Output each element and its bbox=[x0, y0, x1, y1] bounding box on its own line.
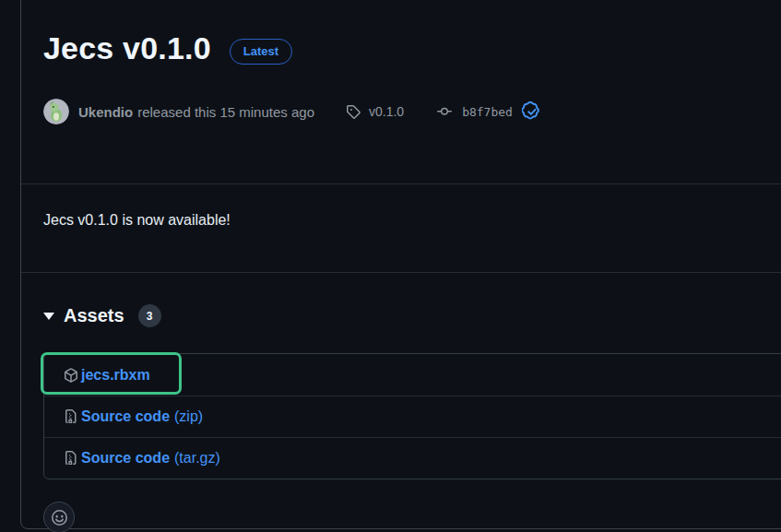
asset-list: jecs.rbxm Source code (zip) bbox=[43, 353, 781, 479]
released-text: released this 15 minutes ago bbox=[137, 104, 314, 120]
release-card: Jecs v0.1.0 Latest Ukendio released this… bbox=[20, 0, 781, 529]
verified-badge-icon bbox=[522, 101, 542, 122]
git-commit-icon bbox=[435, 104, 454, 119]
tag-icon bbox=[346, 104, 361, 119]
assets-count-badge: 3 bbox=[138, 304, 161, 327]
asset-suffix: (zip) bbox=[174, 408, 203, 425]
asset-row: jecs.rbxm bbox=[44, 354, 781, 396]
release-body: Jecs v0.1.0 is now available! bbox=[21, 184, 781, 273]
assets-section: Assets 3 jecs.rbxm bbox=[21, 302, 781, 532]
release-meta-row: Ukendio released this 15 minutes ago v0.… bbox=[43, 98, 781, 125]
asset-name: jecs.rbxm bbox=[81, 367, 150, 384]
smiley-icon bbox=[52, 510, 67, 526]
triangle-down-icon bbox=[43, 313, 54, 320]
asset-suffix: (tar.gz) bbox=[174, 450, 220, 467]
release-tag-group[interactable]: v0.1.0 bbox=[346, 104, 404, 119]
assets-title: Assets bbox=[64, 305, 124, 326]
asset-name: Source code bbox=[81, 450, 170, 467]
release-header: Jecs v0.1.0 Latest Ukendio released this… bbox=[21, 0, 781, 184]
release-tag: v0.1.0 bbox=[369, 104, 404, 119]
commit-group[interactable]: b8f7bed bbox=[435, 104, 513, 119]
asset-row: Source code (tar.gz) bbox=[44, 437, 781, 479]
file-zip-icon bbox=[64, 451, 78, 466]
release-title-row: Jecs v0.1.0 Latest bbox=[43, 28, 781, 68]
asset-link-source-targz[interactable]: Source code (tar.gz) bbox=[64, 450, 220, 467]
asset-name: Source code bbox=[81, 408, 170, 425]
asset-link-source-zip[interactable]: Source code (zip) bbox=[64, 408, 203, 425]
file-zip-icon bbox=[64, 409, 78, 424]
add-reaction-button[interactable] bbox=[43, 502, 75, 532]
package-icon bbox=[64, 368, 78, 383]
asset-link-jecs-rbxm[interactable]: jecs.rbxm bbox=[64, 367, 150, 384]
latest-badge: Latest bbox=[230, 39, 292, 65]
avatar[interactable] bbox=[43, 99, 69, 124]
assets-toggle[interactable]: Assets 3 bbox=[43, 302, 781, 329]
avatar-image bbox=[43, 99, 69, 124]
asset-row: Source code (zip) bbox=[44, 396, 781, 437]
release-title: Jecs v0.1.0 bbox=[43, 28, 211, 68]
commit-sha: b8f7bed bbox=[462, 105, 513, 119]
author-link[interactable]: Ukendio bbox=[78, 104, 133, 120]
release-description: Jecs v0.1.0 is now available! bbox=[43, 209, 781, 231]
verified-icon[interactable] bbox=[522, 101, 542, 122]
